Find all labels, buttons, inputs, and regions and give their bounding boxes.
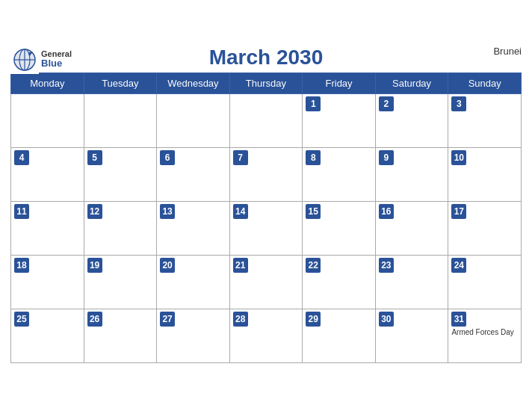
calendar-cell: 8 (303, 147, 376, 201)
day-number: 11 (14, 204, 29, 219)
general-blue-logo (10, 46, 39, 74)
calendar-cell: 13 (157, 201, 230, 255)
calendar-cell: 31Armed Forces Day (448, 309, 522, 362)
day-number: 13 (160, 204, 175, 219)
header-thursday: Thursday (229, 72, 303, 93)
day-number: 17 (451, 204, 466, 219)
day-number: 5 (87, 150, 102, 165)
calendar-week-row-3: 11121314151617 (11, 201, 522, 255)
calendar-cell: 10 (448, 147, 522, 201)
calendar-week-row-1: 123 (11, 93, 522, 147)
calendar-week-row-4: 18192021222324 (11, 255, 522, 309)
calendar-cell: 20 (157, 255, 230, 309)
country-label: Brunei (493, 46, 522, 57)
calendar-cell (11, 93, 84, 147)
calendar-header: General Blue March 2030 Brunei (10, 46, 522, 69)
day-number: 1 (306, 96, 321, 111)
calendar-cell: 18 (11, 255, 84, 309)
calendar-cell: 28 (229, 309, 303, 362)
calendar-cell: 12 (84, 201, 157, 255)
calendar-cell: 30 (375, 309, 448, 362)
calendar-cell: 9 (375, 147, 448, 201)
header-sunday: Sunday (448, 72, 522, 93)
calendar-cell: 3 (448, 93, 522, 147)
calendar-title: March 2030 (10, 46, 522, 69)
calendar-cell: 6 (157, 147, 230, 201)
day-number: 25 (14, 312, 29, 327)
header-monday: Monday (11, 72, 84, 93)
day-number: 8 (306, 150, 321, 165)
header-wednesday: Wednesday (157, 72, 230, 93)
day-number: 18 (14, 258, 29, 273)
calendar-week-row-2: 45678910 (11, 147, 522, 201)
day-number: 24 (451, 258, 466, 273)
calendar-cell: 23 (375, 255, 448, 309)
day-number: 10 (451, 150, 466, 165)
calendar-grid: Monday Tuesday Wednesday Thursday Friday… (10, 72, 522, 363)
calendar-cell: 25 (11, 309, 84, 362)
calendar-cell: 1 (303, 93, 376, 147)
header-tuesday: Tuesday (84, 72, 157, 93)
calendar-cell: 7 (229, 147, 303, 201)
day-number: 30 (379, 312, 394, 327)
calendar-cell (157, 93, 230, 147)
header-friday: Friday (303, 72, 376, 93)
day-number: 27 (160, 312, 175, 327)
day-number: 7 (233, 150, 248, 165)
calendar-cell: 29 (303, 309, 376, 362)
calendar-cell: 26 (84, 309, 157, 362)
day-number: 12 (87, 204, 102, 219)
calendar-cell: 5 (84, 147, 157, 201)
calendar-cell: 24 (448, 255, 522, 309)
day-number: 29 (306, 312, 321, 327)
day-number: 26 (87, 312, 102, 327)
calendar-cell: 16 (375, 201, 448, 255)
calendar-cell (229, 93, 303, 147)
day-number: 20 (160, 258, 175, 273)
calendar-cell: 21 (229, 255, 303, 309)
calendar-week-row-5: 25262728293031Armed Forces Day (11, 309, 522, 362)
day-number: 31 (451, 312, 466, 327)
brand-logo-area: General Blue (10, 46, 72, 74)
day-number: 15 (306, 204, 321, 219)
calendar-cell: 19 (84, 255, 157, 309)
day-number: 23 (379, 258, 394, 273)
day-number: 3 (451, 96, 466, 111)
day-number: 21 (233, 258, 248, 273)
calendar-container: General Blue March 2030 Brunei Monday Tu… (0, 38, 532, 374)
calendar-cell: 11 (11, 201, 84, 255)
day-number: 19 (87, 258, 102, 273)
calendar-cell (84, 93, 157, 147)
day-number: 14 (233, 204, 248, 219)
day-number: 9 (379, 150, 394, 165)
day-number: 4 (14, 150, 29, 165)
event-text: Armed Forces Day (451, 328, 518, 337)
day-number: 6 (160, 150, 175, 165)
calendar-cell: 4 (11, 147, 84, 201)
day-number: 22 (306, 258, 321, 273)
calendar-cell: 17 (448, 201, 522, 255)
calendar-cell: 22 (303, 255, 376, 309)
calendar-cell: 27 (157, 309, 230, 362)
header-saturday: Saturday (375, 72, 448, 93)
day-number: 28 (233, 312, 248, 327)
brand-text: General Blue (41, 49, 72, 69)
brand-blue-text: Blue (41, 58, 72, 69)
calendar-cell: 15 (303, 201, 376, 255)
weekday-header-row: Monday Tuesday Wednesday Thursday Friday… (11, 72, 522, 93)
day-number: 16 (379, 204, 394, 219)
day-number: 2 (379, 96, 394, 111)
calendar-cell: 2 (375, 93, 448, 147)
calendar-cell: 14 (229, 201, 303, 255)
